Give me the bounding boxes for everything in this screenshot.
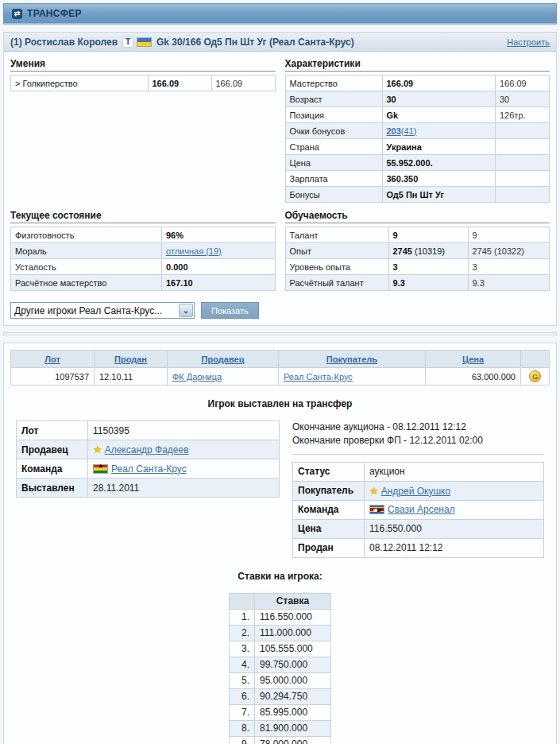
auction-end-line: Окончание аукциона - 08.12.2011 12:12 — [292, 420, 544, 434]
stat-extra: 166.09 — [496, 76, 550, 91]
bid-number: 6. — [230, 688, 255, 704]
detail-value: 08.12.2011 12:12 — [365, 538, 544, 557]
stat-value-bold: 9.3 — [393, 278, 405, 288]
history-column-header: Покупатель — [279, 351, 426, 368]
stat-value-bold: 30 — [387, 95, 396, 104]
stat-value-bold: 3 — [393, 262, 398, 272]
detail-value: Свази Арсенал — [365, 500, 544, 519]
detail-value: аукцион — [365, 462, 544, 481]
history-sort-link[interactable]: Лот — [44, 355, 60, 364]
stat-value: 360.350 — [382, 171, 496, 187]
detail-label: Выставлен — [17, 479, 88, 498]
bid-value: 85.995.000 — [255, 704, 331, 720]
bid-value: 99.750.000 — [255, 657, 331, 672]
history-header-row: ЛотПроданПродавецПокупательЦена — [11, 351, 550, 368]
stat-value: 166.09 — [382, 76, 496, 91]
stat-extra: 2745 (10322) — [468, 243, 550, 259]
stat-value-bold: Gk — [387, 110, 399, 120]
table-row: Опыт2745 (10319)2745 (10322) — [285, 243, 550, 259]
bid-value: 95.000.000 — [255, 672, 331, 688]
stat-label: Цена — [285, 155, 382, 171]
right-column: Характеристики Мастерство166.09166.09Воз… — [285, 58, 550, 291]
history-sort-link[interactable]: Продан — [114, 355, 147, 364]
player-panel: (1) Ростислав Королев T Gk 30/166 Од5 Пн… — [3, 32, 557, 326]
bonus-points-link[interactable]: 203(41) — [387, 126, 417, 136]
trainability-table: Талант99Опыт2745 (10319)2745 (10322)Уров… — [285, 227, 550, 291]
lot-details: Лот1150395Продавец★Александр ФадеевКоман… — [16, 420, 280, 558]
stat-value-link[interactable]: отличная (19) — [166, 246, 222, 256]
bid-value: 78.000.000 — [255, 736, 331, 744]
titlebar: ⇄ ТРАНСФЕР — [3, 3, 557, 25]
configure-link[interactable]: Настроить — [507, 37, 550, 47]
swaziland-flag-icon — [369, 505, 384, 514]
table-row: Возраст3030 — [285, 91, 550, 107]
bid-row: 5.95.000.000 — [230, 672, 331, 688]
stat-label: Усталость — [11, 259, 162, 275]
detail-label: Статус — [293, 462, 365, 481]
stat-value-bold: 360.350 — [387, 174, 419, 184]
bid-row: 1.116.550.000 — [230, 609, 331, 625]
stat-value: 2745 (10319) — [388, 243, 468, 259]
stat-label: Страна — [285, 139, 382, 155]
stat-value-bold: Украина — [387, 142, 422, 152]
stat-value: 0.000 — [162, 259, 276, 275]
table-row: Очки бонусов203(41) — [285, 123, 550, 139]
t-badge-icon[interactable]: T — [122, 37, 133, 48]
history-sort-link[interactable]: Покупатель — [326, 355, 377, 364]
table-row: БонусыОд5 Пн Шт Уг — [285, 187, 550, 203]
stat-extra — [496, 155, 550, 171]
stat-value: 30 — [382, 91, 496, 107]
history-lot: 1097537 — [11, 368, 95, 386]
stat-value-bold: 9 — [393, 231, 398, 240]
table-row: Расчётный талант9.39.3 — [285, 275, 550, 291]
manager-link[interactable]: Андрей Окушко — [381, 486, 450, 497]
other-players-select[interactable]: Другие игроки Реал Санта-Крус... ⌄ — [10, 302, 195, 319]
bid-number: 1. — [230, 609, 255, 625]
bids-table: Ставка 1.116.550.0002.111.000.0003.105.5… — [229, 593, 331, 744]
show-button[interactable]: Показать — [201, 302, 259, 319]
stat-value-bold: 2745 — [393, 246, 412, 256]
history-sort-link[interactable]: Цена — [462, 355, 484, 364]
team-link[interactable]: Свази Арсенал — [388, 504, 455, 515]
bid-value: 105.555.000 — [255, 641, 331, 657]
stat-value: 166.09 — [148, 76, 211, 91]
stat-value: Од5 Пн Шт Уг — [382, 187, 496, 203]
history-sort-link[interactable]: Продавец — [202, 355, 245, 364]
stat-label: Мораль — [11, 243, 162, 259]
stat-label: Физготовность — [11, 227, 162, 243]
history-column-header: Продавец — [168, 351, 279, 368]
stat-value: 3 — [388, 259, 468, 275]
stat-extra — [496, 123, 550, 139]
manager-link[interactable]: Александр Фадеев — [105, 444, 189, 455]
table-row: Зарплата360.350 — [285, 171, 550, 187]
seller-link[interactable]: ФК Дарница — [172, 372, 222, 382]
star-icon: ★ — [369, 485, 379, 497]
stat-value-bold: 0.000 — [166, 262, 188, 272]
bid-row: 7.85.995.000 — [230, 704, 331, 720]
stat-label: Талант — [285, 227, 388, 243]
stat-label: Позиция — [285, 107, 382, 123]
bids-title: Ставки на игрока: — [10, 571, 550, 582]
current-state-heading: Текущее состояние — [10, 210, 276, 223]
bid-number: 8. — [230, 720, 255, 736]
team-link[interactable]: Реал Санта-Крус — [111, 463, 187, 475]
bid-value: 90.294.750 — [255, 688, 331, 704]
player-summary: Gk 30/166 Од5 Пн Шт Уг (Реал Санта-Крус) — [156, 37, 354, 48]
chevron-down-icon[interactable]: ⌄ — [179, 304, 193, 317]
detail-label: Продавец — [17, 440, 88, 459]
ghana-flag-icon — [93, 464, 108, 474]
stat-value: 203(41) — [382, 123, 496, 139]
fp-check-line: Окончание проверки ФП - 12.12.2011 02:00 — [292, 434, 544, 448]
star-icon: ★ — [93, 444, 102, 455]
left-column: Умения > Голкиперство166.09166.09 Текуще… — [10, 58, 276, 291]
history-column-header: Лот — [11, 351, 95, 368]
buyer-link[interactable]: Реал Санта-Крус — [284, 372, 353, 382]
table-row: Продан08.12.2011 12:12 — [293, 538, 544, 557]
lot-body: Лот1150395Продавец★Александр ФадеевКоман… — [17, 421, 280, 498]
bid-row: 8.81.900.000 — [230, 720, 331, 736]
table-row: Расчётное мастерство167.10 — [11, 275, 276, 291]
history-currency-cell: G — [521, 368, 550, 386]
stat-extra: 30 — [496, 91, 550, 107]
history-icon-column — [521, 351, 550, 368]
bids-column-header: Ставка — [255, 593, 331, 609]
